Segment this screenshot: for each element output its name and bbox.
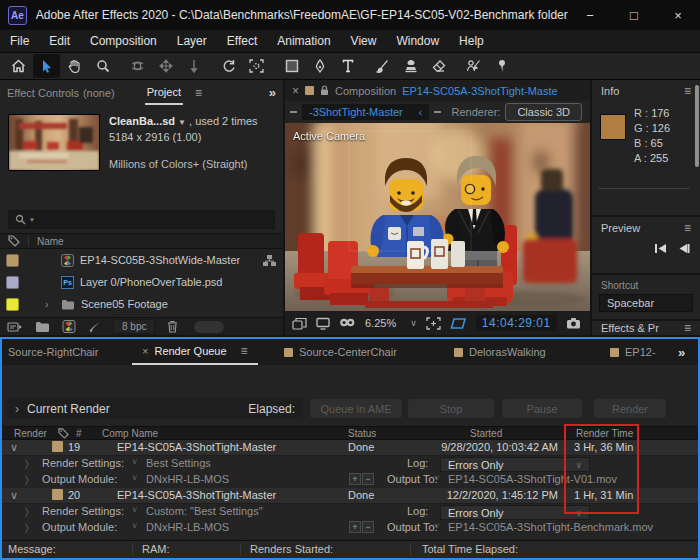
- item-name[interactable]: EP14-SC05B-3ShotWide-Master: [80, 254, 240, 266]
- log-value[interactable]: Errors Only: [448, 459, 504, 471]
- chevron-down-icon[interactable]: ∨: [410, 318, 417, 328]
- column-number[interactable]: #: [76, 428, 82, 439]
- rectangle-tool-icon[interactable]: [278, 54, 305, 78]
- tab-project[interactable]: Project: [145, 80, 183, 105]
- type-tool-icon[interactable]: [334, 54, 361, 78]
- tab-source-rightchair[interactable]: Source-RightChair: [8, 339, 98, 365]
- tab-deloraswalking[interactable]: DelorasWalking: [454, 339, 546, 365]
- project-item-folder[interactable]: › Scene05 Footage: [0, 293, 283, 315]
- home-tool-icon[interactable]: [5, 54, 32, 78]
- more-tabs-icon[interactable]: »: [269, 85, 276, 100]
- comp-breadcrumb[interactable]: -3ShotTight-Master ‹: [302, 104, 429, 120]
- preview-panel-menu-icon[interactable]: ≡: [684, 221, 691, 235]
- project-search[interactable]: ▼: [8, 210, 275, 229]
- tab-effect-controls[interactable]: Effect Controls: [7, 87, 79, 99]
- footage-name[interactable]: CleanBa...sd: [109, 115, 175, 127]
- label-color-icon[interactable]: [8, 235, 20, 247]
- output-to-value[interactable]: EP14-SC05A-3ShotTight-V01.mov: [448, 473, 617, 485]
- dropdown-caret-icon[interactable]: ˅: [132, 457, 137, 467]
- panel-menu-icon[interactable]: ≡: [241, 344, 248, 358]
- dropdown-caret-icon[interactable]: ˅: [434, 473, 439, 483]
- maximize-button[interactable]: □: [612, 0, 656, 30]
- zoom-level-dropdown[interactable]: 6.25% ∨: [365, 317, 417, 329]
- more-tabs-icon[interactable]: »: [678, 339, 685, 365]
- menu-edit[interactable]: Edit: [39, 30, 80, 52]
- output-to-value[interactable]: EP14-SC05A-3ShotTight-Benchmark.mov: [448, 521, 653, 533]
- item-name[interactable]: Layer 0/PhoneOverTable.psd: [80, 276, 222, 288]
- interpret-footage-icon[interactable]: [7, 321, 23, 333]
- composition-viewport[interactable]: Active Camera: [285, 123, 590, 311]
- previous-frame-icon[interactable]: [677, 243, 690, 254]
- color-settings-icon[interactable]: [88, 321, 101, 333]
- render-button[interactable]: Render: [594, 399, 666, 418]
- scroll-pill[interactable]: [194, 321, 224, 333]
- eraser-tool-icon[interactable]: [425, 54, 452, 78]
- item-comp-name[interactable]: EP14-SC05A-3ShotTight-Master: [117, 489, 276, 501]
- hand-tool-icon[interactable]: [61, 54, 88, 78]
- column-started[interactable]: Started: [470, 428, 502, 439]
- puppet-pin-tool-icon[interactable]: [488, 54, 515, 78]
- close-tab-icon[interactable]: ×: [292, 84, 299, 98]
- queue-item-row[interactable]: ∨ 19 EP14-SC05A-3ShotTight-Master Done 9…: [2, 440, 698, 456]
- menu-file[interactable]: File: [0, 30, 39, 52]
- remove-output-icon[interactable]: −: [362, 473, 374, 485]
- expand-icon[interactable]: ›: [15, 402, 19, 416]
- preview-panel-title[interactable]: Preview: [601, 222, 640, 234]
- rotation-tool-icon[interactable]: [215, 54, 242, 78]
- menu-window[interactable]: Window: [386, 30, 449, 52]
- column-status[interactable]: Status: [348, 428, 376, 439]
- folder-expand-icon[interactable]: ›: [45, 299, 55, 310]
- mini-flowchart-icon-2[interactable]: [434, 111, 441, 113]
- shortcut-dropdown[interactable]: Spacebar: [599, 294, 693, 312]
- roto-brush-tool-icon[interactable]: [460, 54, 487, 78]
- label-swatch[interactable]: [6, 298, 19, 311]
- label-swatch[interactable]: [6, 276, 19, 289]
- dolly-camera-tool-icon[interactable]: [180, 54, 207, 78]
- timecode-display[interactable]: 14:04:29:01: [476, 315, 557, 331]
- item-label-swatch[interactable]: [52, 441, 63, 452]
- trash-icon[interactable]: [167, 320, 178, 333]
- expand-icon[interactable]: 〉: [24, 457, 35, 472]
- channel-settings-icon[interactable]: [339, 317, 356, 329]
- queue-item-row[interactable]: ∨ 20 EP14-SC05A-3ShotTight-Master Done 1…: [2, 488, 698, 504]
- project-item-comp[interactable]: EP14-SC05B-3ShotWide-Master: [0, 249, 283, 271]
- first-frame-icon[interactable]: [654, 243, 667, 254]
- used-in-comp-icon[interactable]: [262, 254, 277, 267]
- column-comp-name[interactable]: Comp Name: [102, 428, 158, 439]
- close-tab-icon[interactable]: ×: [142, 345, 148, 357]
- chevron-down-icon[interactable]: ∨: [575, 460, 582, 470]
- menu-composition[interactable]: Composition: [80, 30, 167, 52]
- menu-view[interactable]: View: [341, 30, 387, 52]
- effects-presets-title[interactable]: Effects & Pr: [601, 322, 659, 334]
- effects-panel-menu-icon[interactable]: ≡: [684, 321, 691, 335]
- lock-icon[interactable]: [320, 85, 329, 96]
- log-value[interactable]: Errors Only: [448, 507, 504, 519]
- info-panel-title[interactable]: Info: [601, 85, 619, 97]
- mini-flowchart-icon[interactable]: [290, 111, 297, 113]
- snapshot-camera-icon[interactable]: [566, 317, 581, 329]
- new-composition-icon[interactable]: [62, 320, 76, 333]
- info-panel-menu-icon[interactable]: ≡: [684, 84, 691, 98]
- current-render-strip[interactable]: › Current Render Elapsed:: [7, 398, 303, 419]
- panel-menu-icon[interactable]: ≡: [195, 86, 202, 100]
- chevron-down-icon[interactable]: ∨: [575, 508, 582, 518]
- camera-bounds-tool-icon[interactable]: [243, 54, 270, 78]
- stop-button[interactable]: Stop: [408, 399, 494, 418]
- menu-layer[interactable]: Layer: [167, 30, 217, 52]
- output-module-value[interactable]: DNxHR-LB-MOS: [146, 473, 229, 485]
- add-output-icon[interactable]: +: [349, 473, 361, 485]
- close-button[interactable]: ×: [656, 0, 700, 30]
- render-settings-value[interactable]: Best Settings: [146, 457, 211, 469]
- always-preview-icon[interactable]: [292, 317, 307, 330]
- column-name[interactable]: Name: [37, 236, 64, 247]
- expand-icon[interactable]: 〉: [24, 521, 35, 536]
- project-item-psd[interactable]: Ps Layer 0/PhoneOverTable.psd: [0, 271, 283, 293]
- output-module-value[interactable]: DNxHR-LB-MOS: [146, 521, 229, 533]
- minimize-button[interactable]: −: [568, 0, 612, 30]
- log-dropdown[interactable]: Errors Only ∨: [440, 457, 590, 472]
- item-name[interactable]: Scene05 Footage: [81, 298, 168, 310]
- renderer-button[interactable]: Classic 3D: [505, 103, 582, 121]
- menu-animation[interactable]: Animation: [267, 30, 340, 52]
- dropdown-caret-icon[interactable]: ˅: [132, 521, 137, 531]
- monitor-icon[interactable]: [316, 317, 330, 330]
